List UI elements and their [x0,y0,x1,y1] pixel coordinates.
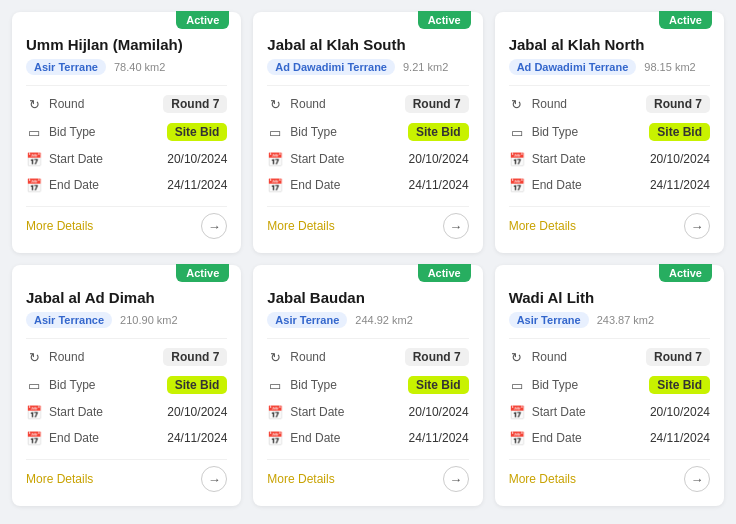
card-3: Active Jabal al Klah North Ad Dawadimi T… [495,12,724,253]
start-date-label: Start Date [49,405,103,419]
round-icon: ↻ [26,96,42,112]
end-date-label: End Date [49,431,99,445]
end-calendar-icon: 📅 [509,177,525,193]
more-details-link[interactable]: More Details [26,219,93,233]
round-row: ↻ Round Round 7 [26,90,227,118]
more-details-link[interactable]: More Details [267,219,334,233]
card-5: Active Jabal Baudan Asir Terrane 244.92 … [253,265,482,506]
end-date-label: End Date [290,431,340,445]
card-1: Active Umm Hijlan (Mamilah) Asir Terrane… [12,12,241,253]
bid-type-value: Site Bid [167,376,228,394]
divider [26,338,227,339]
card-title: Jabal Baudan [267,289,468,306]
round-value: Round 7 [646,348,710,366]
bid-type-label: Bid Type [532,378,578,392]
card-footer: More Details → [26,206,227,239]
card-meta: Asir Terrane 243.87 km2 [509,312,710,328]
card-meta: Ad Dawadimi Terrane 98.15 km2 [509,59,710,75]
bid-type-label: Bid Type [49,125,95,139]
round-value: Round 7 [405,95,469,113]
card-footer: More Details → [26,459,227,492]
start-date-label: Start Date [49,152,103,166]
terrain-tag: Asir Terrance [26,312,112,328]
end-calendar-icon: 📅 [267,430,283,446]
bid-type-value: Site Bid [408,376,469,394]
round-row: ↻ Round Round 7 [267,90,468,118]
start-date-label: Start Date [290,152,344,166]
round-icon: ↻ [267,349,283,365]
end-date-row: 📅 End Date 24/11/2024 [509,172,710,198]
start-date-label: Start Date [532,405,586,419]
end-date-value: 24/11/2024 [409,431,469,445]
bid-type-row: ▭ Bid Type Site Bid [26,118,227,146]
terrain-tag: Asir Terrane [267,312,347,328]
more-details-link[interactable]: More Details [26,472,93,486]
round-icon: ↻ [509,349,525,365]
bid-type-label: Bid Type [290,125,336,139]
area-text: 210.90 km2 [120,314,177,326]
status-badge: Active [659,264,712,282]
end-date-row: 📅 End Date 24/11/2024 [26,172,227,198]
round-label: Round [49,350,84,364]
arrow-button[interactable]: → [201,213,227,239]
card-grid: Active Umm Hijlan (Mamilah) Asir Terrane… [12,12,724,506]
end-date-row: 📅 End Date 24/11/2024 [267,172,468,198]
card-4: Active Jabal al Ad Dimah Asir Terrance 2… [12,265,241,506]
end-date-value: 24/11/2024 [167,178,227,192]
calendar-icon: 📅 [509,151,525,167]
terrain-tag: Ad Dawadimi Terrane [509,59,637,75]
more-details-link[interactable]: More Details [267,472,334,486]
arrow-button[interactable]: → [684,213,710,239]
end-date-label: End Date [532,178,582,192]
more-details-link[interactable]: More Details [509,219,576,233]
end-calendar-icon: 📅 [509,430,525,446]
area-text: 243.87 km2 [597,314,654,326]
round-row: ↻ Round Round 7 [267,343,468,371]
card-title: Jabal al Klah North [509,36,710,53]
end-date-label: End Date [532,431,582,445]
bid-icon: ▭ [26,377,42,393]
round-value: Round 7 [646,95,710,113]
round-label: Round [532,350,567,364]
start-date-label: Start Date [532,152,586,166]
divider [267,338,468,339]
round-icon: ↻ [267,96,283,112]
card-meta: Asir Terrane 244.92 km2 [267,312,468,328]
end-date-row: 📅 End Date 24/11/2024 [509,425,710,451]
round-value: Round 7 [163,348,227,366]
bid-icon: ▭ [267,124,283,140]
divider [267,85,468,86]
area-text: 98.15 km2 [644,61,695,73]
bid-type-row: ▭ Bid Type Site Bid [267,371,468,399]
start-date-value: 20/10/2024 [167,405,227,419]
start-date-row: 📅 Start Date 20/10/2024 [26,146,227,172]
calendar-icon: 📅 [267,404,283,420]
divider [26,85,227,86]
start-date-value: 20/10/2024 [409,152,469,166]
terrain-tag: Asir Terrane [26,59,106,75]
card-title: Jabal al Klah South [267,36,468,53]
area-text: 244.92 km2 [355,314,412,326]
arrow-button[interactable]: → [443,213,469,239]
calendar-icon: 📅 [26,404,42,420]
start-date-row: 📅 Start Date 20/10/2024 [509,146,710,172]
card-footer: More Details → [267,459,468,492]
start-date-row: 📅 Start Date 20/10/2024 [26,399,227,425]
divider [509,338,710,339]
calendar-icon: 📅 [267,151,283,167]
bid-type-value: Site Bid [649,376,710,394]
bid-type-label: Bid Type [49,378,95,392]
area-text: 78.40 km2 [114,61,165,73]
round-icon: ↻ [26,349,42,365]
calendar-icon: 📅 [509,404,525,420]
arrow-button[interactable]: → [443,466,469,492]
bid-icon: ▭ [26,124,42,140]
arrow-button[interactable]: → [201,466,227,492]
more-details-link[interactable]: More Details [509,472,576,486]
card-footer: More Details → [509,459,710,492]
bid-type-value: Site Bid [649,123,710,141]
divider [509,85,710,86]
arrow-button[interactable]: → [684,466,710,492]
bid-type-value: Site Bid [408,123,469,141]
card-title: Wadi Al Lith [509,289,710,306]
